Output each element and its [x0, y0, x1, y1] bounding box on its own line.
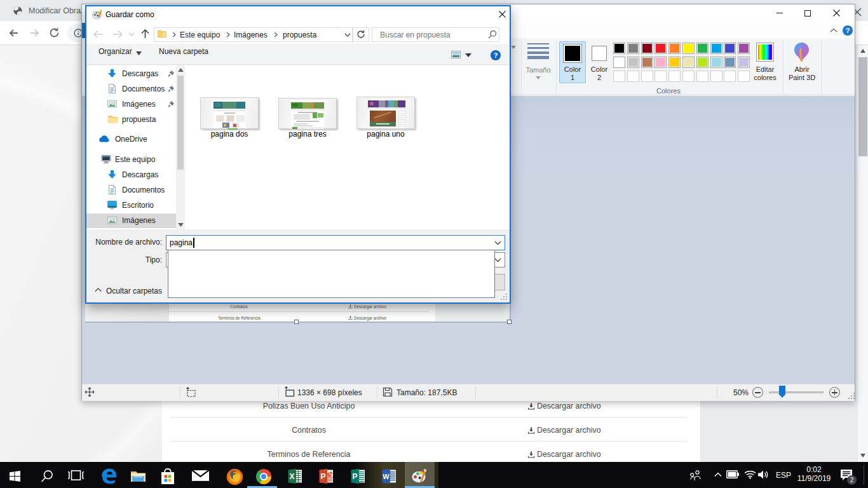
svg-text:W: W — [383, 473, 390, 480]
svg-text:X: X — [289, 472, 294, 481]
svg-text:P: P — [320, 472, 325, 481]
svg-text:P: P — [352, 472, 357, 481]
